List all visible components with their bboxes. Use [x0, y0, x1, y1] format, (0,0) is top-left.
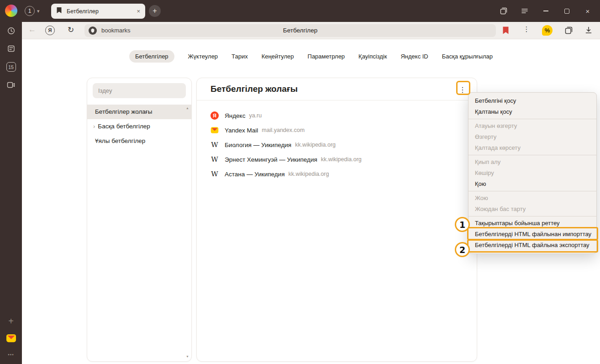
- bookmark-title: Астана — Уикипедия: [225, 171, 284, 178]
- menu-item-rename: Атауын өзгерту: [468, 121, 596, 132]
- side-rail: 15 + •••: [0, 22, 22, 364]
- tab-history[interactable]: Тарих: [232, 50, 248, 63]
- back-button[interactable]: ←: [28, 25, 36, 34]
- downloads-icon[interactable]: [584, 26, 593, 36]
- refresh-button[interactable]: ↻: [68, 25, 74, 35]
- tab-bookmarks[interactable]: Бетбелгілер: [129, 50, 174, 63]
- minimize-button[interactable]: [535, 0, 556, 22]
- offers-percent-icon[interactable]: %: [542, 25, 553, 36]
- address-url: bookmarks: [101, 24, 131, 37]
- browser-tab-bookmarks[interactable]: Бетбелгілер ×: [51, 4, 145, 19]
- tab-count-badge: 1: [25, 6, 35, 16]
- tab-other-devices[interactable]: Басқа құрылғылар: [442, 50, 493, 63]
- bookmark-url: ya.ru: [249, 112, 262, 119]
- tab-yandex-id[interactable]: Яндекс ID: [400, 50, 428, 63]
- yandex-search-icon[interactable]: Я: [45, 26, 55, 35]
- tableau-count-badge: 15: [6, 62, 16, 72]
- bookmark-title: Yandex Mail: [225, 127, 258, 134]
- bookmark-title: Биология — Уикипедия: [225, 142, 291, 148]
- folder-label: Басқа бетбелгілер: [98, 123, 150, 130]
- window-controls: ×: [493, 0, 598, 22]
- tableau-tabs-icon[interactable]: 15: [0, 62, 22, 72]
- new-tab-button[interactable]: +: [149, 5, 161, 17]
- bookmark-title: Эрнест Хемингуэй — Уикипедия: [225, 156, 317, 163]
- bookmarks-content-panel: Бетбелгілер жолағы ⋮ Я Яндекс ya.ru Yand…: [196, 78, 477, 362]
- more-panels-icon[interactable]: •••: [0, 352, 22, 357]
- menu-item-copy: Көшіру: [468, 168, 596, 179]
- bookmark-row[interactable]: Я Яндекс ya.ru: [197, 108, 477, 123]
- bookmark-row[interactable]: Yandex Mail mail.yandex.com: [197, 123, 477, 137]
- tab-downloads[interactable]: Жүктеулер: [188, 50, 218, 63]
- bookmark-tab-icon: [56, 7, 62, 16]
- tab-close-icon[interactable]: ×: [137, 8, 140, 15]
- bookmark-url: kk.wikipedia.org: [288, 171, 329, 177]
- menu-item-cut: Қиып алу: [468, 157, 596, 168]
- bookmark-title: Яндекс: [225, 112, 245, 119]
- browser-logo-icon[interactable]: [5, 5, 17, 17]
- folder-list: Бетбелгілер жолағы ›Басқа бетбелгілер Ұя…: [87, 105, 191, 148]
- maximize-button[interactable]: [556, 0, 577, 22]
- collections-icon[interactable]: [565, 26, 573, 36]
- folder-item-mobile-bookmarks[interactable]: Ұялы бетбелгілер: [87, 134, 191, 148]
- menu-item-delete: Жою: [468, 193, 596, 204]
- chevron-right-icon[interactable]: ›: [93, 123, 95, 130]
- wikipedia-favicon: W: [211, 170, 219, 178]
- yandex-mail-icon[interactable]: [0, 333, 22, 343]
- bookmark-row[interactable]: W Биология — Уикипедия kk.wikipedia.org: [197, 137, 477, 152]
- menu-item-undo-delete: Жоюдан бас тарту: [468, 204, 596, 215]
- menu-divider: [468, 216, 596, 216]
- annotation-step-1: 1: [455, 217, 470, 232]
- menu-item-paste[interactable]: Қою: [468, 179, 596, 190]
- add-panel-icon[interactable]: +: [0, 316, 22, 327]
- more-actions-button[interactable]: ⋮: [456, 83, 469, 96]
- bookmarks-manager-page: Бетбелгілер Жүктеулер Тарих Кеңейтулер П…: [22, 39, 600, 364]
- folder-item-other-bookmarks[interactable]: ›Басқа бетбелгілер: [87, 119, 191, 134]
- bookmark-row[interactable]: W Астана — Уикипедия kk.wikipedia.org: [197, 167, 477, 181]
- menu-divider: [468, 155, 596, 155]
- bookmarks-context-menu: Бетбелгіні қосу Қалтаны қосу Атауын өзге…: [468, 92, 597, 254]
- history-icon[interactable]: [0, 27, 22, 35]
- tab-counter-button[interactable]: 1 ▾: [25, 5, 40, 17]
- yandex-favicon: Я: [211, 111, 219, 120]
- address-page-title: Бетбелгілер: [283, 24, 317, 37]
- menu-divider: [468, 191, 596, 191]
- menu-item-add-bookmark[interactable]: Бетбелгіні қосу: [468, 95, 596, 106]
- browser-menu-icon[interactable]: [514, 0, 535, 22]
- address-bar[interactable]: bookmarks Бетбелгілер: [84, 24, 496, 37]
- menu-item-export-html[interactable]: Бетбелгілерді HTML файлына экспорттау: [468, 240, 596, 251]
- wikipedia-favicon: W: [211, 155, 219, 164]
- settings-nav: Бетбелгілер Жүктеулер Тарих Кеңейтулер П…: [22, 50, 600, 63]
- toolbar-more-icon[interactable]: ⋮: [522, 25, 531, 33]
- yandex-mail-favicon: [211, 126, 219, 134]
- tab-security[interactable]: Қауіпсіздік: [358, 50, 387, 63]
- scroll-down-icon[interactable]: ▼: [186, 355, 189, 358]
- menu-item-import-html[interactable]: Бетбелгілерді HTML файлынан импорттау: [468, 229, 596, 240]
- folder-item-bookmarks-bar[interactable]: Бетбелгілер жолағы: [87, 105, 191, 119]
- content-header: Бетбелгілер жолағы ⋮: [197, 78, 477, 100]
- page-title: Бетбелгілер жолағы: [211, 84, 298, 94]
- close-button[interactable]: ×: [577, 0, 598, 22]
- tab-bar: 1 ▾ Бетбелгілер × + ×: [0, 0, 600, 22]
- tab-title: Бетбелгілер: [67, 8, 137, 15]
- menu-item-edit: Өзгерту: [468, 132, 596, 142]
- tab-extensions[interactable]: Кеңейтулер: [262, 50, 294, 63]
- bookmark-flag-icon[interactable]: [502, 26, 509, 37]
- site-shield-icon[interactable]: [89, 26, 97, 35]
- video-call-icon[interactable]: [0, 81, 22, 89]
- menu-item-sort-by-title[interactable]: Тақырыптары бойынша реттеу: [468, 218, 596, 229]
- scroll-up-icon[interactable]: ▲: [186, 106, 189, 110]
- tab-settings[interactable]: Параметрлер: [308, 50, 345, 63]
- bookmark-url: mail.yandex.com: [262, 127, 305, 133]
- bookmark-row[interactable]: W Эрнест Хемингуэй — Уикипедия kk.wikipe…: [197, 152, 477, 167]
- folder-label: Бетбелгілер жолағы: [95, 108, 152, 115]
- bookmark-url: kk.wikipedia.org: [321, 156, 362, 163]
- feed-icon[interactable]: [0, 45, 22, 53]
- wikipedia-favicon: W: [211, 141, 219, 149]
- search-input[interactable]: [93, 83, 186, 98]
- bookmark-url: kk.wikipedia.org: [295, 142, 336, 148]
- chevron-down-icon: ▾: [37, 8, 40, 14]
- side-panel-icon[interactable]: [493, 0, 514, 22]
- menu-item-add-folder[interactable]: Қалтаны қосу: [468, 106, 596, 117]
- annotation-step-2: 2: [455, 242, 470, 257]
- bookmark-list: Я Яндекс ya.ru Yandex Mail mail.yandex.c…: [197, 108, 477, 181]
